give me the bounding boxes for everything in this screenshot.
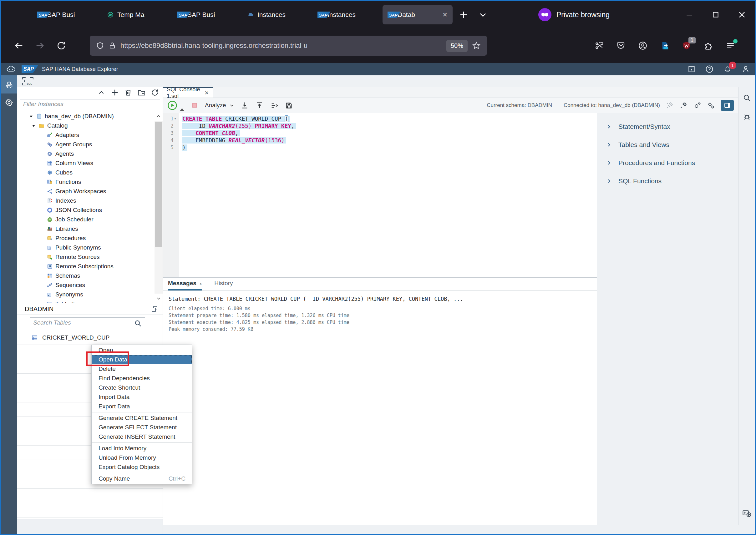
wappalyzer-extension-icon[interactable]: 1: [682, 41, 691, 50]
browser-tab-4[interactable]: Instances: [243, 5, 312, 24]
help-item-sql-functions[interactable]: SQL Functions: [597, 172, 738, 190]
menu-item-export-catalog-objects[interactable]: Export Catalog Objects: [92, 463, 192, 472]
tree-item-schemas[interactable]: Schemas: [17, 271, 163, 280]
pocket-icon[interactable]: [616, 41, 625, 50]
tree-item-sequences[interactable]: Sequences: [17, 280, 163, 290]
back-button[interactable]: [10, 37, 27, 54]
table-row-cricket_world_cup[interactable]: CRICKET_WORLD_CUP: [17, 330, 163, 345]
tree-item-graph-workspaces[interactable]: Graph Workspaces: [17, 187, 163, 196]
extensions-puzzle-icon[interactable]: [704, 41, 713, 50]
menu-item-generate-select-statement[interactable]: Generate SELECT Statement: [92, 423, 192, 432]
browser-tab-1[interactable]: SAPSAP Busi: [32, 5, 102, 24]
tree-item-adapters[interactable]: Adapters: [17, 130, 163, 140]
tree-item-public-synonyms[interactable]: Public Synonyms: [17, 243, 163, 252]
code-line[interactable]: CONTENT CLOB,: [182, 129, 597, 137]
reload-button[interactable]: [53, 37, 70, 54]
menu-item-import-data[interactable]: Import Data: [92, 392, 192, 402]
add-folder-icon[interactable]: [137, 89, 146, 97]
browser-tab-5[interactable]: SAPInstances: [312, 5, 383, 24]
minimize-button[interactable]: [676, 5, 703, 24]
search-magnifier-icon[interactable]: [742, 94, 751, 102]
tree-item-cubes[interactable]: Cubes: [17, 168, 163, 177]
help-item-tables-and-views[interactable]: Tables and Views: [597, 136, 738, 154]
tree-item-procedures[interactable]: Procedures: [17, 234, 163, 243]
database-explorer-nav-tile[interactable]: [1, 75, 17, 94]
format-code-icon[interactable]: [270, 101, 278, 110]
settings-wrench-icon[interactable]: [693, 101, 701, 109]
browser-tab-3[interactable]: SAPSAP Busi: [172, 5, 243, 24]
url-text[interactable]: https://ebe89d8btrial.hana-tooling.ingre…: [120, 42, 442, 50]
scrollbar-thumb[interactable]: [155, 122, 162, 247]
maximize-button[interactable]: [703, 5, 729, 24]
tree-item-job-scheduler[interactable]: Job Scheduler: [17, 215, 163, 224]
tree-item-agent-groups[interactable]: Agent Groups: [17, 140, 163, 149]
messages-tab-messages[interactable]: Messagesx: [168, 280, 202, 291]
settings-gear-nav-tile[interactable]: [1, 94, 17, 112]
filter-instances-input[interactable]: [20, 99, 160, 109]
cloud-code-icon[interactable]: [6, 64, 16, 74]
close-tab-icon[interactable]: ✕: [205, 90, 209, 96]
help-item-statement-syntax[interactable]: Statement/Syntax: [597, 118, 738, 136]
code-line[interactable]: _ID VARCHAR2(255) PRIMARY KEY,: [182, 122, 597, 129]
zoom-level-badge[interactable]: 50%: [446, 40, 468, 52]
close-window-button[interactable]: [729, 5, 755, 24]
toggle-help-panel-button[interactable]: [721, 100, 734, 111]
open-in-new-window-icon[interactable]: [151, 305, 158, 313]
shield-icon[interactable]: [96, 42, 104, 50]
tree-item-table-types[interactable]: Table Types: [17, 299, 163, 303]
tree-item-remote-subscriptions[interactable]: Remote Subscriptions: [17, 262, 163, 271]
connect-icon[interactable]: [679, 101, 687, 109]
tab-list-button[interactable]: [475, 6, 491, 23]
user-profile-icon[interactable]: [741, 65, 750, 73]
tree-item-column-views[interactable]: Column Views: [17, 158, 163, 168]
menu-item-open[interactable]: Open: [92, 346, 192, 355]
refresh-icon[interactable]: [151, 89, 159, 97]
new-tab-button[interactable]: [455, 6, 472, 23]
code-line[interactable]: ): [182, 144, 597, 151]
download-icon[interactable]: [241, 101, 249, 110]
menu-item-unload-from-memory[interactable]: Unload From Memory: [92, 453, 192, 463]
account-icon[interactable]: [638, 41, 648, 50]
tree-item-remote-sources[interactable]: Remote Sources: [17, 252, 163, 262]
menu-item-open-data[interactable]: Open Data: [92, 355, 192, 364]
tree-item-hana-dev-db-dbadmin-[interactable]: hana_dev_db (DBADMIN): [17, 112, 163, 121]
tree-item-catalog[interactable]: Catalog: [17, 121, 163, 130]
help-icon[interactable]: [705, 65, 714, 73]
tree-item-functions[interactable]: Functions: [17, 177, 163, 187]
preferences-gears-icon[interactable]: [707, 101, 715, 109]
run-options-caret-icon[interactable]: [180, 108, 184, 111]
bookmark-star-icon[interactable]: [472, 41, 481, 50]
menu-item-generate-create-statement[interactable]: Generate CREATE Statement: [92, 413, 192, 423]
code-line[interactable]: EMBEDDING REAL_VECTOR(1536): [182, 137, 597, 144]
search-icon[interactable]: [134, 319, 142, 327]
menu-item-find-dependencies[interactable]: Find Dependencies: [92, 374, 192, 383]
tree-item-json-collections[interactable]: JSON Collections: [17, 206, 163, 215]
sql-console-shortcut-icon[interactable]: [742, 508, 752, 519]
menu-item-export-data[interactable]: Export Data: [92, 402, 192, 411]
forward-button[interactable]: [32, 37, 48, 54]
close-messages-tab-icon[interactable]: x: [200, 281, 202, 286]
scroll-down-icon[interactable]: [155, 294, 163, 303]
debugger-bug-icon[interactable]: [742, 112, 751, 121]
tree-item-libraries[interactable]: Libraries: [17, 224, 163, 234]
menu-item-load-into-memory[interactable]: Load Into Memory: [92, 444, 192, 453]
menu-item-copy-name[interactable]: Copy NameCtrl+C: [92, 474, 192, 483]
delete-instance-icon[interactable]: [124, 89, 132, 97]
screenshot-icon[interactable]: [594, 41, 604, 50]
sql-console-tab[interactable]: SQL Console 1.sql ✕: [163, 87, 213, 98]
save-icon[interactable]: [285, 101, 293, 110]
browser-tab-6[interactable]: SAPDatab✕: [383, 5, 452, 24]
search-tables-input[interactable]: [30, 317, 145, 328]
upload-icon[interactable]: [255, 101, 264, 110]
messages-tab-history[interactable]: History: [214, 280, 233, 291]
notifications-bell-icon[interactable]: 1: [723, 65, 732, 73]
add-instance-icon[interactable]: [110, 88, 119, 97]
info-icon[interactable]: [687, 65, 696, 73]
scroll-up-icon[interactable]: [155, 112, 163, 121]
collapse-all-icon[interactable]: [97, 89, 105, 97]
expand-caret-icon[interactable]: [28, 114, 34, 119]
url-bar[interactable]: https://ebe89d8btrial.hana-tooling.ingre…: [90, 36, 487, 56]
tree-scrollbar[interactable]: [155, 112, 163, 303]
sql-editor[interactable]: 1▾2▾3▾4▾5▾ CREATE TABLE CRICKET_WORLD_CU…: [163, 113, 597, 277]
sql-console-window-icon[interactable]: SQL: [22, 77, 34, 86]
